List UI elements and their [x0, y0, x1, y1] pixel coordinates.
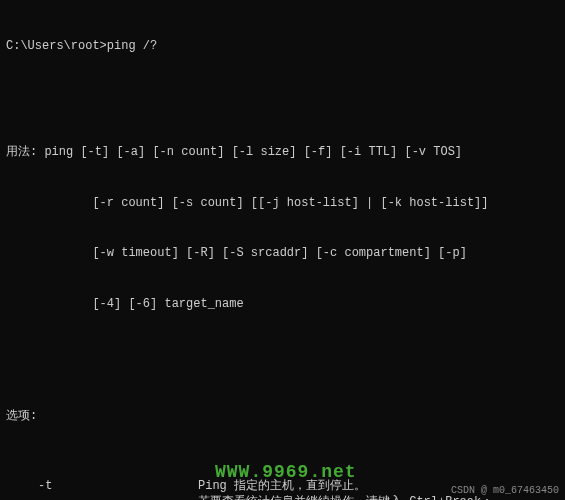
- usage-line: [-w timeout] [-R] [-S srcaddr] [-c compa…: [6, 245, 559, 262]
- command-prompt-line: C:\Users\root>ping /?: [6, 38, 559, 55]
- options-header: 选项:: [6, 408, 559, 425]
- watermark-credit: CSDN @ m0_67463450: [451, 484, 559, 498]
- option-flag: [6, 494, 198, 500]
- usage-line: 用法: ping [-t] [-a] [-n count] [-l size] …: [6, 144, 559, 161]
- usage-line: [-r count] [-s count] [[-j host-list] | …: [6, 195, 559, 212]
- option-flag: -t: [6, 478, 198, 495]
- terminal-window[interactable]: C:\Users\root>ping /? 用法: ping [-t] [-a]…: [0, 0, 565, 500]
- usage-line: [-4] [-6] target_name: [6, 296, 559, 313]
- watermark-main: WWW.9969.net: [215, 460, 357, 485]
- usage-block: 用法: ping [-t] [-a] [-n count] [-l size] …: [6, 111, 559, 346]
